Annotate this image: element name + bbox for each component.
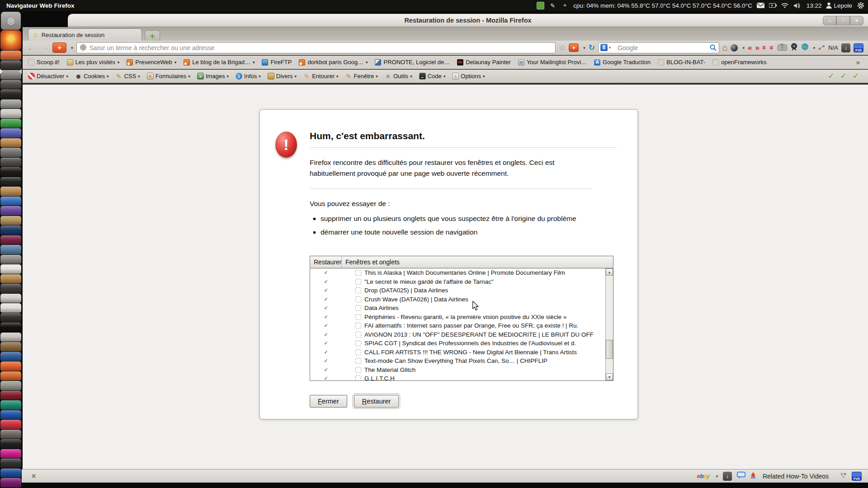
dock-app-icon[interactable] xyxy=(0,70,21,80)
bookmark-item[interactable]: FireFTP xyxy=(262,59,292,66)
forward-button[interactable]: → xyxy=(40,43,49,52)
statusbar-close-icon[interactable]: × xyxy=(32,472,36,480)
session-tab-row[interactable]: ✓CALL FOR ARTISTS !!! THE WRONG - New Di… xyxy=(310,348,605,357)
devbar-item-tools[interactable]: Outils▾ xyxy=(385,73,412,80)
dock-app-icon[interactable] xyxy=(0,109,21,118)
restore-check-icon[interactable]: ✓ xyxy=(310,314,342,320)
search-magnifier-icon[interactable] xyxy=(709,44,717,53)
dock-app-icon[interactable] xyxy=(0,469,21,478)
dock-app-icon[interactable] xyxy=(0,197,21,206)
devbar-item-cookies[interactable]: Cookies▾ xyxy=(75,73,109,80)
restore-check-icon[interactable]: ✓ xyxy=(310,375,342,380)
bookmark-item[interactable]: Scoop.it! xyxy=(28,59,60,66)
tab-session-restore[interactable]: ⚠ Restauration de session xyxy=(28,28,142,41)
rewind-icon[interactable]: « xyxy=(748,44,752,52)
proxy-toggle-icon[interactable] xyxy=(818,44,825,52)
bookmark-item[interactable]: Le blog de la Brigad…▾ xyxy=(184,59,255,66)
dock-app-icon[interactable] xyxy=(0,478,21,488)
restore-check-icon[interactable]: ✓ xyxy=(310,332,342,338)
dock-app-icon[interactable] xyxy=(0,264,21,274)
home-icon[interactable]: ⌂ xyxy=(722,43,727,52)
dock-app-icon[interactable] xyxy=(0,99,21,109)
restore-check-icon[interactable]: ✓ xyxy=(310,358,342,364)
related-videos-label[interactable]: Related How-To Videos xyxy=(763,473,829,480)
dock-app-icon[interactable] xyxy=(0,400,21,410)
close-window-button[interactable]: × xyxy=(850,16,863,25)
session-tab-row[interactable]: ✓G.L.I.T.C.H xyxy=(310,374,605,380)
devbar-item-images[interactable]: Images▾ xyxy=(197,73,229,80)
chevron-down-icon[interactable]: ▾ xyxy=(813,46,816,50)
bookmark-item[interactable]: dorkbot paris Goog…▾ xyxy=(299,59,368,66)
restore-check-icon[interactable]: ✓ xyxy=(310,323,342,328)
dock-app-icon[interactable] xyxy=(0,245,21,254)
world-globe-icon[interactable] xyxy=(801,43,809,52)
dock-app-icon[interactable] xyxy=(0,352,21,361)
dock-app-icon[interactable] xyxy=(0,235,21,245)
restore-check-icon[interactable]: ✓ xyxy=(310,279,342,285)
window-titlebar[interactable]: Restauration de session - Mozilla Firefo… xyxy=(68,14,868,27)
session-tab-row[interactable]: ✓AVIGNON 2013 : UN "OFF" DESESPERANT DE … xyxy=(310,330,605,339)
session-manager-icon[interactable] xyxy=(731,44,738,52)
dock-app-icon[interactable] xyxy=(0,61,21,70)
scroll-down-icon[interactable]: » xyxy=(769,46,776,50)
keyboard-indicator-icon[interactable] xyxy=(537,2,544,9)
dock-app-icon[interactable] xyxy=(0,313,21,323)
dock-app-icon[interactable] xyxy=(0,439,21,449)
clock[interactable]: 13:22 xyxy=(807,2,822,9)
chevron-down-icon[interactable]: ▾ xyxy=(609,46,611,50)
add-button[interactable]: ＋ xyxy=(569,43,579,52)
bookmark-item[interactable]: PRONOTE, Logiciel de… xyxy=(375,59,450,66)
new-tab-plus-button[interactable]: ＋ xyxy=(52,42,66,53)
session-tab-row[interactable]: ✓FAI alternatifs : Internet sans passer … xyxy=(310,321,605,330)
dock-app-icon[interactable] xyxy=(0,410,21,420)
url-bar[interactable] xyxy=(76,42,556,53)
new-tab-button[interactable]: ＋ xyxy=(145,30,160,41)
bookmark-star-icon[interactable]: ☆ xyxy=(559,43,566,52)
url-input[interactable] xyxy=(76,42,556,53)
volume-icon[interactable] xyxy=(793,2,801,9)
check-icon[interactable] xyxy=(828,71,834,81)
check-icon[interactable] xyxy=(840,71,847,81)
ubuntu-launcher-icon[interactable]: ◎ xyxy=(1,12,21,30)
bookmark-item[interactable]: openFrameworks xyxy=(712,59,766,66)
proxy-status-label[interactable]: N/A xyxy=(828,44,838,51)
dock-app-icon[interactable] xyxy=(0,342,21,352)
dock-app-icon[interactable] xyxy=(0,216,21,225)
dock-app-icon[interactable] xyxy=(0,225,21,235)
dock-app-icon[interactable] xyxy=(0,255,21,264)
search-input[interactable] xyxy=(598,42,719,53)
devbar-item-outline[interactable]: Entourer▾ xyxy=(303,73,338,80)
restore-check-icon[interactable]: ✓ xyxy=(310,287,342,293)
dock-app-icon[interactable] xyxy=(0,420,21,429)
session-tab-row[interactable]: ✓Drop (DATA025) | Data Airlines xyxy=(310,286,605,295)
dock-app-icon[interactable] xyxy=(0,89,21,99)
dock-app-icon[interactable] xyxy=(0,361,21,371)
mail-icon[interactable] xyxy=(757,2,764,9)
bookmark-item[interactable]: ✉Your Mailinglist Provi… xyxy=(518,59,587,66)
check-icon[interactable] xyxy=(853,71,859,81)
dock-app-icon[interactable] xyxy=(0,391,21,400)
dock-app-icon[interactable] xyxy=(0,158,21,167)
bookmarks-overflow-chevron[interactable]: » xyxy=(856,58,863,66)
search-bar[interactable]: 8 ▾ xyxy=(598,42,719,53)
dock-app-icon[interactable] xyxy=(0,148,21,157)
dock-app-icon[interactable] xyxy=(0,459,21,468)
mascot-icon[interactable] xyxy=(750,472,756,480)
back-button[interactable]: ← xyxy=(27,43,37,52)
session-tab-row[interactable]: ✓Crush Wave (DATA026) | Data Airlines xyxy=(310,295,605,304)
bookmark-item[interactable]: AGoogle Traduction xyxy=(594,59,651,66)
dock-app-icon[interactable] xyxy=(0,187,21,196)
firefox-dock-icon[interactable] xyxy=(0,30,21,50)
ebay-logo[interactable]: ebay xyxy=(697,473,710,479)
scroll-up-arrow-icon[interactable]: ▲ xyxy=(606,268,613,276)
dock-app-icon[interactable] xyxy=(0,206,21,216)
chevron-down-icon[interactable]: ▾ xyxy=(583,46,585,50)
dock-app-icon[interactable] xyxy=(0,381,21,390)
devbar-item-disable[interactable]: Désactiver▾ xyxy=(28,73,68,80)
fvd-downloader-icon[interactable]: FVD xyxy=(854,43,863,52)
chevron-down-icon[interactable]: ▾ xyxy=(71,46,73,50)
session-tab-row[interactable]: ✓"Le secret le mieux gardé de l'affaire … xyxy=(310,277,605,286)
dock-app-icon[interactable] xyxy=(0,449,21,459)
devbar-item-resize[interactable]: Fenêtre▾ xyxy=(345,73,378,80)
bookmark-item[interactable]: PresenceWeb▾ xyxy=(127,59,176,66)
